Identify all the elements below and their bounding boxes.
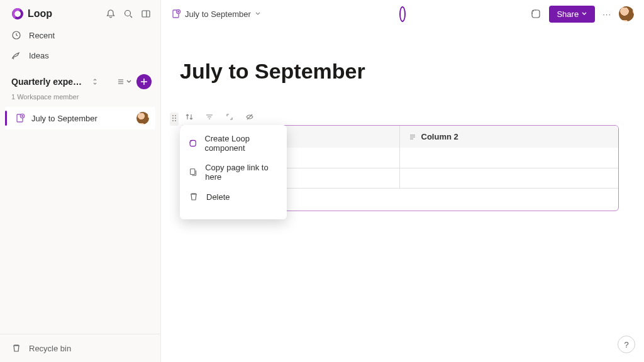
text-column-icon [409,133,416,141]
column-header[interactable]: Column 2 [399,126,619,148]
trash-icon [11,343,21,353]
nav-ideas[interactable]: Ideas [0,45,160,65]
page-item-label: July to September [31,114,97,123]
svg-rect-17 [191,169,195,175]
notifications-icon[interactable] [105,8,116,19]
sort-icon[interactable] [184,111,195,123]
breadcrumb[interactable]: July to September [171,9,261,19]
context-menu: Create Loop component Copy page link to … [180,125,287,219]
nav-recent[interactable]: Recent [0,25,160,45]
svg-point-13 [175,118,176,119]
filter-icon[interactable] [204,111,215,123]
page-title[interactable]: July to September [180,59,619,84]
svg-point-14 [172,120,174,121]
topbar: July to September Share ··· [161,0,644,28]
link-icon [189,167,197,177]
sidebar-header: Loop [0,0,160,25]
ctx-item-label: Copy page link to here [205,163,278,182]
page-content: July to September Create Loop component … [161,28,644,211]
svg-point-2 [125,11,131,16]
page-item[interactable]: July to September [5,107,155,129]
view-list-button[interactable] [116,77,131,86]
help-button[interactable]: ? [618,336,635,353]
page-icon [15,113,25,123]
sidebar-footer: Recycle bin [0,334,160,362]
drag-handle-icon[interactable] [170,112,179,126]
cell[interactable] [399,148,619,168]
page-owner-avatar [136,112,149,124]
recycle-label: Recycle bin [29,344,71,353]
account-avatar[interactable] [619,6,634,21]
page-list: July to September [0,107,160,129]
ctx-copy-page-link[interactable]: Copy page link to here [180,158,287,187]
loop-component-icon[interactable] [530,8,541,19]
nav-recent-label: Recent [29,31,55,40]
more-button[interactable]: ··· [602,9,611,19]
add-page-button[interactable] [136,74,152,89]
app-name: Loop [28,8,52,19]
page-icon [171,9,181,19]
breadcrumb-title: July to September [185,9,251,19]
share-button[interactable]: Share [549,6,595,23]
workspace-members: 1 Workspace member [0,93,160,107]
search-icon[interactable] [123,8,134,19]
ctx-create-loop-component[interactable]: Create Loop component [180,129,287,158]
expand-icon[interactable] [224,111,235,123]
recycle-bin[interactable]: Recycle bin [0,334,160,362]
ctx-item-label: Create Loop component [204,134,278,153]
loop-logo-icon [11,8,24,20]
hide-icon[interactable] [244,111,255,123]
svg-rect-3 [142,11,150,17]
column-label: Column 2 [421,132,458,141]
list-icon [116,77,125,86]
svg-point-11 [175,115,176,116]
table-toolbar [180,109,619,125]
panel-toggle-icon[interactable] [140,8,152,19]
nav-ideas-label: Ideas [29,51,49,60]
workspace-name[interactable]: Quarterly expendit... [11,77,87,87]
loop-component-icon [189,138,197,148]
chevron-down-icon [255,9,261,19]
chevron-down-icon [126,79,131,84]
ctx-delete[interactable]: Delete [180,187,287,207]
table-block: Create Loop component Copy page link to … [180,109,619,211]
trash-icon [189,192,199,202]
ctx-item-label: Delete [206,192,230,202]
chevron-down-icon [581,11,587,17]
cell[interactable] [399,168,619,188]
svg-point-12 [172,118,174,119]
app-logo[interactable]: Loop [11,8,52,20]
workspace-header: Quarterly expendit... [0,65,160,93]
plus-icon [140,78,148,85]
svg-point-15 [175,120,176,121]
pen-icon [11,50,21,60]
presence-avatar[interactable] [401,9,404,19]
sidebar: Loop Recent Ideas Quarterly expendit... … [0,0,161,362]
clock-icon [11,30,21,40]
svg-point-10 [172,115,174,116]
workspace-sort-icon[interactable] [92,78,98,85]
main: July to September Share ··· July to Sept… [161,0,644,362]
